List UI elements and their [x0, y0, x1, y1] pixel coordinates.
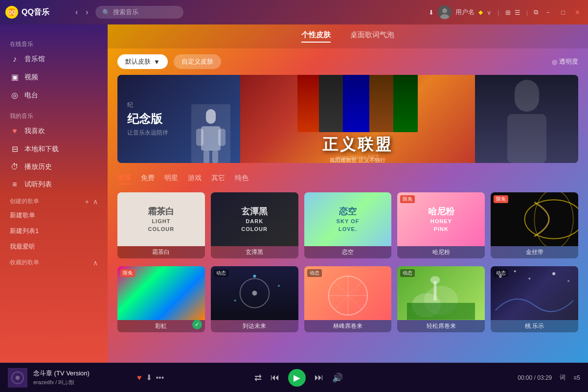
playlist-button[interactable]: ≡5	[573, 374, 580, 381]
transparency-control[interactable]: ◎ 透明度	[552, 57, 578, 66]
badge-limited-gold: 限免	[494, 195, 508, 203]
svg-text:QQ: QQ	[8, 10, 16, 15]
sidebar-item-trial[interactable]: ≡ 试听列表	[0, 176, 108, 193]
playlist-favorites[interactable]: 我最爱听	[0, 239, 108, 254]
player-controls: ⇄ ⏮ ▶ ⏭ 🔊	[254, 369, 343, 387]
download-nav-icon: ⊟	[10, 144, 20, 154]
transparency-icon: ◎	[552, 58, 557, 66]
shuffle-button[interactable]: ⇄	[254, 372, 262, 383]
playlist-new[interactable]: 新建歌单	[0, 208, 108, 223]
custom-skin-button[interactable]: 自定义皮肤	[174, 54, 221, 69]
player-artist: erazedfx / 叫ぶ獣	[33, 379, 131, 386]
tab-skin[interactable]: 个性皮肤	[301, 30, 331, 43]
mini-mode-icon[interactable]: ⧉	[534, 8, 538, 16]
content-area: 个性皮肤 桌面歌词气泡 默认皮肤 ▼ 自定义皮肤 ◎ 透明度 纪 纪念版 让音乐…	[108, 24, 588, 363]
prev-button[interactable]: ⏮	[271, 372, 279, 383]
skin-icon[interactable]: ⊞	[505, 9, 511, 16]
search-bar[interactable]: 🔍 搜索音乐	[95, 6, 183, 19]
default-skin-button[interactable]: 默认皮肤 ▼	[117, 54, 168, 69]
forward-button[interactable]: ›	[83, 7, 91, 18]
skin-card-sky[interactable]: 恋空 SKY OF LOVE. 恋空	[304, 192, 392, 258]
banner-center[interactable]: 正义联盟 孤阳难救世 正义不独行 立即换肤 www.pHome.NET	[240, 75, 475, 163]
created-playlists-header: 创建的歌单 + ∧	[0, 193, 108, 208]
player-actions: ♥ ⬇ •••	[137, 373, 164, 382]
player-thumbnail	[8, 368, 27, 388]
skin-card-gold[interactable]: 限免 金丝带	[491, 192, 578, 258]
sidebar-item-music-hall[interactable]: ♪ 音乐馆	[0, 50, 108, 68]
filter-tab-recommended[interactable]: 推荐	[117, 173, 131, 184]
my-music-label: 我的音乐	[0, 108, 108, 122]
sidebar-item-radio[interactable]: ◎ 电台	[0, 86, 108, 104]
badge-dynamic-night: 动态	[494, 269, 508, 277]
collapse-playlists-button[interactable]: ∧	[93, 198, 98, 206]
skin-card-ferris[interactable]: 动态 林峰席卷来	[304, 266, 392, 332]
close-button[interactable]: ✕	[572, 8, 583, 17]
radio-label: 电台	[24, 91, 38, 100]
filter-tab-free[interactable]: 免费	[141, 173, 155, 184]
separator-1: |	[498, 9, 499, 16]
svg-rect-12	[507, 114, 546, 163]
avatar[interactable]	[438, 5, 452, 19]
banner-center-bg: 正义联盟 孤阳难救世 正义不独行 立即换肤 www.pHome.NET	[240, 75, 475, 163]
transparency-label-text: 透明度	[559, 57, 578, 66]
svg-rect-28	[434, 281, 437, 300]
playlist-list1[interactable]: 新建列表1	[0, 223, 108, 239]
svg-rect-7	[196, 129, 204, 146]
skin-card-dark2[interactable]: 动态 到达未来	[211, 266, 298, 332]
skin-hocha-image: 霜茶白 LIGHT COLOUR	[117, 192, 205, 246]
username: 用户名	[455, 8, 475, 17]
player-download-button[interactable]: ⬇	[146, 373, 152, 382]
svg-point-4	[440, 14, 449, 19]
svg-point-33	[552, 272, 555, 275]
skin-card-hocha[interactable]: 霜茶白 LIGHT COLOUR 霜茶白	[117, 192, 205, 258]
banner-right[interactable]	[475, 75, 578, 163]
sidebar-item-video[interactable]: ▣ 视频	[0, 68, 108, 86]
lyrics-button[interactable]: 词	[560, 373, 565, 382]
skin-card-night[interactable]: 动态 桃 乐示	[491, 266, 578, 332]
banner-left[interactable]: 纪 纪念版 让音乐永远陪伴	[117, 75, 240, 163]
filter-tab-star[interactable]: 明星	[164, 173, 178, 184]
badge-dynamic-ferris: 动态	[307, 269, 322, 277]
skin-card-green[interactable]: 动态 轻松席卷来	[397, 266, 485, 332]
back-button[interactable]: ‹	[72, 7, 81, 18]
player-heart-button[interactable]: ♥	[137, 373, 142, 382]
volume-button[interactable]: 🔊	[332, 372, 343, 383]
tab-bubble[interactable]: 桌面歌词气泡	[350, 30, 394, 43]
video-label: 视频	[24, 73, 38, 82]
skin-dark-image: 玄潭黑 DARK COLOUR	[211, 192, 298, 246]
skin-ferris-label: 林峰席卷来	[304, 320, 392, 332]
skin-green-label: 轻松席卷来	[397, 320, 485, 332]
settings-icon[interactable]: ☰	[515, 9, 520, 16]
collected-playlists-header: 收藏的歌单 ∧	[0, 254, 108, 269]
banner-title: 正义联盟	[322, 134, 393, 156]
sidebar-item-local[interactable]: ⊟ 本地和下载	[0, 140, 108, 158]
play-pause-button[interactable]: ▶	[288, 369, 306, 387]
collected-label: 收藏的歌单	[10, 258, 39, 267]
dropdown-icon[interactable]: ∨	[487, 9, 492, 16]
skin-hocha-label: 霜茶白	[117, 246, 205, 258]
skin-card-dark[interactable]: 玄潭黑 DARK COLOUR 玄潭黑	[211, 192, 298, 258]
player-more-button[interactable]: •••	[156, 373, 164, 382]
next-button[interactable]: ⏭	[315, 372, 323, 383]
svg-point-31	[514, 270, 516, 272]
download-icon[interactable]: ⬇	[429, 9, 434, 16]
banner-area: 纪 纪念版 让音乐永远陪伴	[117, 75, 578, 163]
sidebar-item-history[interactable]: ⏱ 播放历史	[0, 158, 108, 176]
collapse-collected-button[interactable]: ∧	[93, 259, 98, 267]
skin-card-honey[interactable]: 限免 哈尼粉 HONEY PINK 哈尼粉	[397, 192, 485, 258]
minimize-button[interactable]: －	[542, 7, 554, 18]
add-playlist-button[interactable]: +	[85, 198, 89, 206]
filter-tab-game[interactable]: 游戏	[188, 173, 202, 184]
svg-point-32	[529, 277, 531, 279]
filter-tab-pure[interactable]: 纯色	[235, 173, 249, 184]
video-icon: ▣	[10, 72, 20, 82]
filter-tab-other[interactable]: 其它	[211, 173, 225, 184]
maximize-button[interactable]: □	[558, 8, 568, 17]
separator-2: |	[526, 9, 528, 16]
player-info: 念斗章 (TV Version) erazedfx / 叫ぶ獣	[33, 369, 131, 386]
skin-gold-label: 金丝带	[491, 246, 578, 258]
main-layout: 在线音乐 ♪ 音乐馆 ▣ 视频 ◎ 电台 我的音乐 ♥ 我喜欢 ⊟ 本地和下载 …	[0, 24, 588, 363]
sidebar-item-favorites[interactable]: ♥ 我喜欢	[0, 122, 108, 140]
skin-card-rainbow[interactable]: 限免 ✓ 彩虹	[117, 266, 205, 332]
skin-honey-label: 哈尼粉	[397, 246, 485, 258]
